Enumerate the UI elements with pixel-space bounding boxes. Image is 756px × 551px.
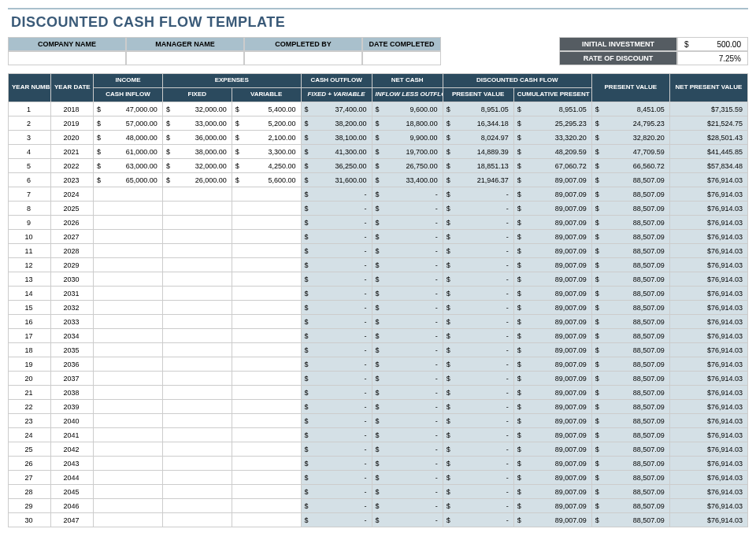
cell-variable[interactable]: $5,400.00 [232, 102, 301, 116]
cell-cash-outflow[interactable]: $38,200.00 [301, 116, 372, 131]
cell-cumulative-pv[interactable]: $89,007.09 [513, 428, 591, 442]
cell-cash-inflow[interactable] [94, 216, 163, 230]
cell-cumulative-pv[interactable]: $89,007.09 [513, 485, 591, 499]
cell-cash-inflow[interactable] [94, 400, 163, 414]
cell-present-value-2[interactable]: $88,507.09 [591, 414, 669, 428]
cell-fixed[interactable] [162, 315, 232, 329]
cell-net-present-value[interactable]: $76,914.03 [669, 499, 747, 513]
cell-present-value[interactable]: $14,889.39 [443, 145, 513, 159]
cell-net-cash[interactable]: $- [372, 442, 443, 457]
cell-variable[interactable] [232, 258, 301, 272]
cell-present-value[interactable]: $- [443, 513, 513, 527]
cell-present-value[interactable]: $- [443, 329, 513, 343]
cell-net-present-value[interactable]: $76,914.03 [669, 357, 747, 372]
cell-cash-outflow[interactable]: $- [301, 315, 372, 329]
cell-cumulative-pv[interactable]: $48,209.59 [513, 145, 591, 159]
cell-variable[interactable] [232, 357, 301, 372]
cell-present-value[interactable]: $- [443, 357, 513, 372]
cell-variable[interactable] [232, 202, 301, 216]
cell-year-date[interactable]: 2034 [51, 329, 94, 343]
cell-fixed[interactable] [162, 329, 232, 343]
cell-cash-outflow[interactable]: $- [301, 202, 372, 216]
cell-present-value-2[interactable]: $88,507.09 [591, 272, 669, 287]
cell-year-date[interactable]: 2040 [51, 414, 94, 428]
cell-fixed[interactable] [162, 187, 232, 202]
cell-fixed[interactable] [162, 400, 232, 414]
cell-present-value-2[interactable]: $32,820.20 [591, 131, 669, 145]
cell-year-date[interactable]: 2023 [51, 173, 94, 187]
cell-year-number[interactable]: 30 [9, 513, 51, 527]
cell-cash-outflow[interactable]: $- [301, 244, 372, 258]
cell-net-present-value[interactable]: $76,914.03 [669, 485, 747, 499]
cell-cumulative-pv[interactable]: $89,007.09 [513, 258, 591, 272]
cell-present-value[interactable]: $8,951.05 [443, 102, 513, 116]
cell-present-value-2[interactable]: $66,560.72 [591, 159, 669, 173]
cell-year-date[interactable]: 2043 [51, 457, 94, 471]
cell-year-number[interactable]: 22 [9, 400, 51, 414]
cell-present-value-2[interactable]: $24,795.23 [591, 116, 669, 131]
cell-net-cash[interactable]: $19,700.00 [372, 145, 443, 159]
cell-cash-outflow[interactable]: $- [301, 187, 372, 202]
cell-present-value-2[interactable]: $88,507.09 [591, 457, 669, 471]
cell-variable[interactable] [232, 457, 301, 471]
cell-year-date[interactable]: 2047 [51, 513, 94, 527]
cell-net-cash[interactable]: $- [372, 343, 443, 357]
cell-net-present-value[interactable]: $76,914.03 [669, 216, 747, 230]
cell-year-date[interactable]: 2031 [51, 287, 94, 301]
cell-present-value[interactable]: $8,024.97 [443, 131, 513, 145]
date-completed-value[interactable] [362, 51, 441, 65]
cell-cash-outflow[interactable]: $41,300.00 [301, 145, 372, 159]
cell-net-cash[interactable]: $- [372, 372, 443, 386]
cell-year-date[interactable]: 2019 [51, 116, 94, 131]
cell-present-value-2[interactable]: $88,507.09 [591, 287, 669, 301]
cell-cumulative-pv[interactable]: $8,951.05 [513, 102, 591, 116]
cell-variable[interactable] [232, 187, 301, 202]
cell-present-value-2[interactable]: $88,507.09 [591, 400, 669, 414]
cell-cash-outflow[interactable]: $- [301, 258, 372, 272]
cell-year-number[interactable]: 20 [9, 372, 51, 386]
cell-cash-outflow[interactable]: $- [301, 272, 372, 287]
cell-net-cash[interactable]: $- [372, 329, 443, 343]
cell-year-number[interactable]: 15 [9, 301, 51, 315]
cell-cash-inflow[interactable] [94, 513, 163, 527]
cell-present-value-2[interactable]: $88,507.09 [591, 428, 669, 442]
initial-investment-value[interactable]: $500.00 [677, 37, 748, 51]
cell-present-value-2[interactable]: $88,507.09 [591, 315, 669, 329]
cell-net-cash[interactable]: $- [372, 258, 443, 272]
cell-fixed[interactable] [162, 216, 232, 230]
cell-present-value[interactable]: $- [443, 202, 513, 216]
cell-year-number[interactable]: 3 [9, 131, 51, 145]
cell-net-present-value[interactable]: $76,914.03 [669, 386, 747, 400]
cell-cash-inflow[interactable] [94, 258, 163, 272]
cell-net-cash[interactable]: $- [372, 471, 443, 485]
cell-present-value-2[interactable]: $88,507.09 [591, 357, 669, 372]
cell-year-number[interactable]: 27 [9, 471, 51, 485]
cell-cumulative-pv[interactable]: $89,007.09 [513, 414, 591, 428]
cell-present-value-2[interactable]: $88,507.09 [591, 187, 669, 202]
cell-year-number[interactable]: 23 [9, 414, 51, 428]
cell-net-cash[interactable]: $- [372, 230, 443, 244]
cell-net-present-value[interactable]: $76,914.03 [669, 513, 747, 527]
cell-variable[interactable] [232, 428, 301, 442]
cell-variable[interactable] [232, 513, 301, 527]
cell-fixed[interactable]: $36,000.00 [162, 131, 232, 145]
cell-cumulative-pv[interactable]: $25,295.23 [513, 116, 591, 131]
cell-variable[interactable] [232, 230, 301, 244]
rate-of-discount-value[interactable]: 7.25% [677, 51, 748, 65]
cell-net-present-value[interactable]: $76,914.03 [669, 372, 747, 386]
cell-net-present-value[interactable]: $76,914.03 [669, 272, 747, 287]
cell-present-value[interactable]: $18,851.13 [443, 159, 513, 173]
cell-year-number[interactable]: 12 [9, 258, 51, 272]
cell-year-date[interactable]: 2035 [51, 343, 94, 357]
cell-year-date[interactable]: 2038 [51, 386, 94, 400]
cell-year-date[interactable]: 2041 [51, 428, 94, 442]
cell-present-value[interactable]: $- [443, 457, 513, 471]
cell-cash-inflow[interactable] [94, 315, 163, 329]
cell-year-date[interactable]: 2029 [51, 258, 94, 272]
cell-fixed[interactable] [162, 202, 232, 216]
cell-net-cash[interactable]: $- [372, 244, 443, 258]
cell-net-cash[interactable]: $- [372, 400, 443, 414]
cell-net-present-value[interactable]: $76,914.03 [669, 173, 747, 187]
cell-fixed[interactable] [162, 230, 232, 244]
cell-cash-outflow[interactable]: $- [301, 457, 372, 471]
